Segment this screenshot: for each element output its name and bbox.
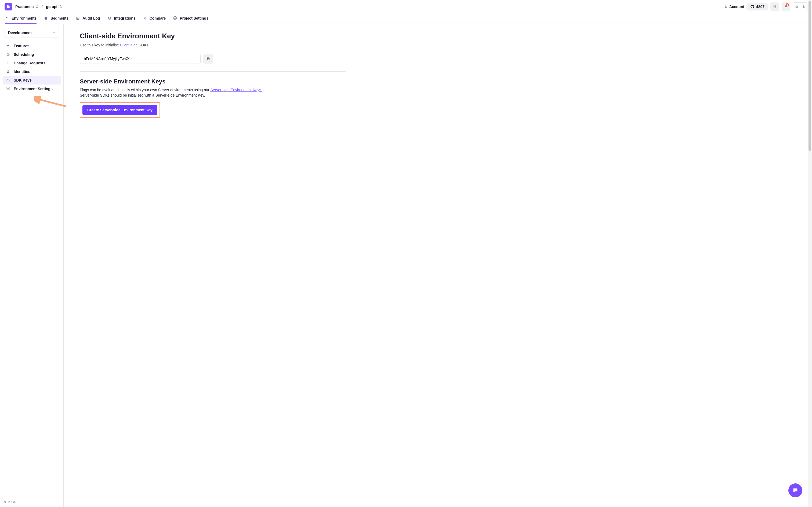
pr-icon	[6, 61, 10, 65]
copy-icon	[206, 57, 210, 61]
sidebar: Development FeaturesSchedulingChange Req…	[0, 24, 64, 507]
tab-label: Compare	[150, 16, 166, 20]
tab-label: Project Settings	[180, 16, 208, 20]
scrollbar[interactable]	[808, 0, 812, 507]
tab-label: Integrations	[114, 16, 136, 20]
client-key-input[interactable]	[80, 54, 201, 64]
chevron-updown-icon	[36, 5, 38, 9]
stack-icon	[108, 16, 112, 20]
theme-toggle[interactable]	[793, 2, 807, 11]
tab-label: Environments	[11, 16, 37, 20]
version-label: 2.148.1	[4, 500, 19, 504]
svg-point-0	[725, 5, 727, 7]
tab-audit-log[interactable]: Audit Log	[76, 13, 100, 23]
account-label: Account	[729, 5, 744, 9]
divider	[80, 71, 346, 72]
svg-point-1	[796, 6, 798, 7]
code-icon	[6, 78, 10, 82]
sidebar-item-label: Change Requests	[14, 61, 45, 65]
breadcrumb-org-label: Pradumna	[15, 5, 34, 9]
svg-point-7	[7, 70, 9, 72]
tab-environments[interactable]: Environments	[5, 13, 37, 23]
environment-selected-label: Development	[8, 31, 32, 35]
github-icon	[750, 5, 755, 9]
sidebar-item-label: Identities	[14, 69, 30, 74]
app-logo[interactable]	[5, 3, 12, 10]
client-key-title: Client-side Environment Key	[80, 32, 796, 40]
svg-line-8	[37, 99, 66, 107]
clock-icon	[6, 53, 10, 56]
notification-badge: 1	[786, 3, 789, 6]
client-key-description: Use this key to initialise Client-side S…	[80, 43, 796, 47]
tab-segments[interactable]: Segments	[44, 13, 68, 23]
user-icon	[6, 70, 10, 73]
main-content: Client-side Environment Key Use this key…	[64, 24, 812, 507]
svg-rect-10	[207, 57, 209, 59]
gear-icon	[6, 87, 10, 91]
sidebar-item-label: Scheduling	[14, 52, 34, 57]
sidebar-item-environment-settings[interactable]: Environment Settings	[3, 84, 61, 93]
tab-label: Audit Log	[83, 16, 100, 20]
server-key-title: Server-side Environment Keys	[80, 78, 796, 85]
create-server-key-button[interactable]: Create Server-side Environment Key	[83, 105, 157, 115]
server-side-keys-link[interactable]: Server-side Environment Keys.	[210, 88, 262, 92]
flag-icon	[5, 16, 9, 20]
server-key-description-1: Flags can be evaluated locally within yo…	[80, 88, 796, 92]
breadcrumb-org[interactable]: Pradumna	[15, 5, 38, 9]
environment-selector[interactable]: Development	[5, 27, 59, 38]
chat-widget-button[interactable]	[789, 484, 802, 497]
pie-icon	[44, 16, 48, 20]
breadcrumb-project[interactable]: go-api	[46, 5, 62, 9]
svg-point-5	[7, 64, 7, 64]
copy-button[interactable]	[203, 54, 213, 64]
sidebar-item-label: Features	[14, 44, 29, 48]
sidebar-item-identities[interactable]: Identities	[3, 67, 61, 76]
server-key-description-2: Server-side SDKs should be initialised w…	[80, 93, 796, 97]
sun-icon	[793, 3, 800, 11]
chevron-updown-icon	[59, 5, 62, 9]
sidebar-item-features[interactable]: Features	[3, 42, 61, 50]
top-nav: EnvironmentsSegmentsAudit LogIntegration…	[0, 13, 812, 24]
tab-compare[interactable]: Compare	[143, 13, 166, 23]
sidebar-item-label: Environment Settings	[14, 87, 53, 91]
header-bar: Pradumna / go-api Account 4807	[0, 0, 812, 13]
user-icon	[724, 5, 728, 9]
github-count: 4807	[756, 5, 764, 9]
account-link[interactable]: Account	[724, 5, 744, 9]
sidebar-item-label: SDK Keys	[14, 78, 32, 82]
sidebar-item-sdk-keys[interactable]: SDK Keys	[3, 76, 61, 84]
moon-icon	[800, 3, 807, 11]
chevron-down-icon	[52, 31, 56, 34]
svg-point-6	[9, 64, 9, 64]
tag-icon	[4, 501, 7, 504]
sidebar-item-scheduling[interactable]: Scheduling	[3, 50, 61, 59]
sidebar-item-change-requests[interactable]: Change Requests	[3, 59, 61, 67]
tab-label: Segments	[50, 16, 68, 20]
list-icon	[76, 16, 80, 20]
docs-button[interactable]	[770, 2, 779, 11]
breadcrumb-project-label: go-api	[46, 5, 57, 9]
highlight-annotation: Create Server-side Environment Key	[80, 102, 160, 118]
client-side-link[interactable]: Client-side	[120, 43, 138, 47]
svg-point-4	[7, 62, 7, 62]
swap-icon	[143, 16, 147, 20]
document-icon	[773, 5, 776, 9]
notifications-button[interactable]: 1	[782, 2, 790, 11]
github-star-button[interactable]: 4807	[747, 3, 768, 10]
breadcrumb-separator: /	[42, 5, 43, 9]
tab-project-settings[interactable]: Project Settings	[173, 13, 208, 23]
tab-integrations[interactable]: Integrations	[108, 13, 136, 23]
chat-icon	[793, 488, 798, 493]
rocket-icon	[6, 44, 10, 48]
gear-icon	[173, 16, 177, 20]
